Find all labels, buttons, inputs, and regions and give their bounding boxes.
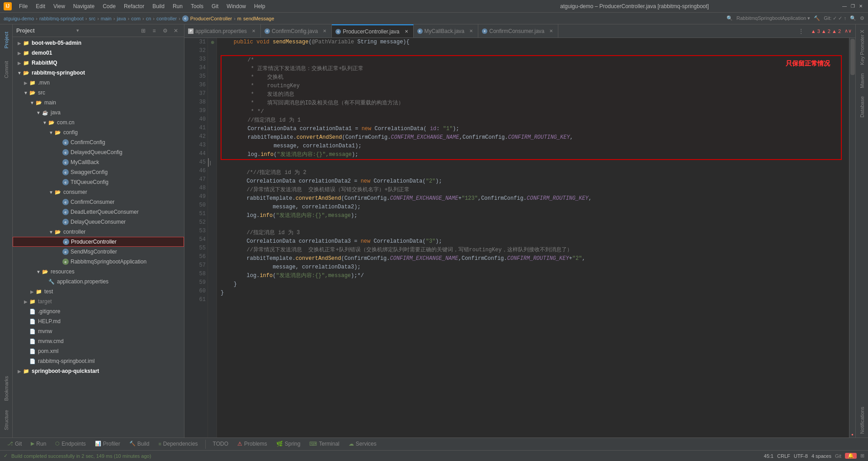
tree-item-MyCallBack[interactable]: ▶ c MyCallBack — [13, 157, 184, 167]
nav-back-icon[interactable]: 🔍 — [726, 15, 733, 21]
menu-tools[interactable]: Tools — [187, 2, 207, 10]
bottom-tab-problems[interactable]: ⚠ Problems — [234, 438, 271, 451]
tab-ConfirmConfig[interactable]: c ConfirmConfig.java ✕ — [261, 24, 332, 38]
tree-item-DeadLetterQueueConsumer[interactable]: ▶ c DeadLetterQueueConsumer — [13, 207, 184, 217]
tree-item-controller[interactable]: ▼ 📂 controller — [13, 227, 184, 237]
tree-item-DelayedQueueConfig[interactable]: ▶ c DelayedQueueConfig — [13, 147, 184, 157]
tab-close-MyCallBack[interactable]: ✕ — [468, 28, 474, 34]
tab-settings-menu[interactable]: ⋮ — [795, 28, 807, 34]
editor-scrollbar[interactable]: ● — [849, 38, 855, 437]
panel-layout-btn[interactable]: ⊞ — [139, 26, 148, 35]
panel-close-btn[interactable]: ✕ — [171, 26, 180, 35]
bottom-tab-spring[interactable]: 🌿 Spring — [273, 438, 304, 451]
sidebar-icon-structure[interactable]: Structure — [4, 406, 9, 434]
tree-item-mvnw[interactable]: ▶ 📄 mvnw — [13, 326, 184, 336]
tree-item-ConfirmConsumer[interactable]: ▶ c ConfirmConsumer — [13, 197, 184, 207]
tree-item-springboot-aop-quickstart[interactable]: ▶ 📁 springboot-aop-quickstart — [13, 366, 184, 376]
build-btn[interactable]: 🔨 — [814, 15, 820, 21]
breadcrumb-method[interactable]: sendMessage — [243, 16, 274, 21]
tab-close-ProducerController[interactable]: ✕ — [403, 28, 410, 35]
bottom-tab-git[interactable]: ⎇ Git — [4, 438, 25, 451]
menu-edit[interactable]: Edit — [32, 2, 49, 10]
bottom-tab-profiler[interactable]: 📊 Profiler — [91, 438, 124, 451]
tree-item-application-properties[interactable]: ▶ 🔧 application.properties — [13, 277, 184, 287]
tree-item-consumer[interactable]: ▼ 📂 consumer — [13, 187, 184, 197]
tree-item-ProducerController[interactable]: ▶ c ProducerController — [13, 237, 184, 247]
right-sidebar-notifications[interactable]: Notifications — [859, 403, 865, 437]
bottom-tab-todo[interactable]: TODO — [209, 438, 232, 451]
sidebar-icon-project[interactable]: Project — [4, 28, 9, 52]
tree-item-java[interactable]: ▼ ☕ java — [13, 108, 184, 118]
tree-item-resources[interactable]: ▼ 📂 resources — [13, 267, 184, 277]
tab-ConfirmConsumer[interactable]: c ConfirmConsumer.java ✕ — [478, 24, 558, 38]
maximize-button[interactable]: ❐ — [849, 3, 856, 10]
menu-view[interactable]: View — [50, 2, 69, 10]
tree-item-com-cn[interactable]: ▼ 📂 com.cn — [13, 118, 184, 127]
project-tree[interactable]: ▶ 📁 boot-web-05-admin ▶ 📁 demo01 ▶ 📁 Rab… — [13, 37, 184, 437]
bottom-tab-services[interactable]: ☁ Services — [345, 438, 380, 451]
code-content[interactable]: public void sendMessage(@PathVariable St… — [217, 38, 849, 437]
status-system-tray[interactable]: ⊞ — [860, 453, 864, 459]
sidebar-icon-bookmarks[interactable]: Bookmarks — [4, 372, 9, 405]
git-icon[interactable]: Git: ✓ ✓ ↑ — [824, 15, 846, 21]
tree-item-target[interactable]: ▶ 📁 target — [13, 296, 184, 306]
tree-item-demo01[interactable]: ▶ 📁 demo01 — [13, 48, 184, 58]
breadcrumb-file[interactable]: ProducerController — [190, 16, 232, 21]
project-dropdown-icon[interactable]: ▾ — [76, 28, 79, 33]
tree-item-rabbitmq-springboot[interactable]: ▼ 📂 rabbitmq-springboot — [13, 68, 184, 78]
tab-application-properties[interactable]: P application.properties ✕ — [184, 24, 261, 38]
right-sidebar-database[interactable]: Database — [859, 93, 865, 121]
tree-item-SendMsgController[interactable]: ▶ c SendMsgController — [13, 247, 184, 257]
right-sidebar-key-promoter[interactable]: Key Promoter X — [859, 26, 865, 69]
tree-item-test[interactable]: ▶ 📁 test — [13, 287, 184, 296]
close-button[interactable]: ✕ — [857, 3, 864, 10]
status-position[interactable]: 45:1 — [764, 453, 774, 459]
minimize-button[interactable]: — — [841, 3, 848, 10]
menu-build[interactable]: Build — [149, 2, 168, 10]
bottom-tab-terminal[interactable]: ⌨ Terminal — [306, 438, 343, 451]
status-encoding[interactable]: UTF-8 — [794, 453, 808, 459]
tree-item-DelayQueueConsumer[interactable]: ▶ c DelayQueueConsumer — [13, 217, 184, 227]
menu-help[interactable]: Help — [250, 2, 269, 10]
menu-git[interactable]: Git — [208, 2, 222, 10]
menu-code[interactable]: Code — [99, 2, 119, 10]
settings-icon[interactable]: ⚙ — [860, 15, 864, 21]
breadcrumb-java[interactable]: java — [117, 16, 126, 21]
run-config-selector[interactable]: RabbitmqSpringbootApplication ▾ — [736, 15, 810, 21]
bottom-tab-run[interactable]: ▶ Run — [27, 438, 50, 451]
tree-item-ConfirmConfig[interactable]: ▶ c ConfirmConfig — [13, 137, 184, 147]
breadcrumb-com[interactable]: com — [131, 16, 141, 21]
breadcrumb-module[interactable]: rabbitmq-springboot — [39, 16, 84, 21]
status-line-ending[interactable]: CRLF — [777, 453, 790, 459]
tree-item-help-md[interactable]: ▶ 📄 HELP.md — [13, 316, 184, 326]
bottom-tab-endpoints[interactable]: ⬡ Endpoints — [52, 438, 89, 451]
menu-refactor[interactable]: Refactor — [120, 2, 148, 10]
tab-close-ConfirmConfig[interactable]: ✕ — [321, 28, 328, 34]
tree-item-iml[interactable]: ▶ 📄 rabbitmq-springboot.iml — [13, 356, 184, 366]
sidebar-icon-commit[interactable]: Commit — [4, 57, 9, 82]
panel-settings-btn[interactable]: ⚙ — [160, 26, 170, 35]
tree-item-SwaggerConfig[interactable]: ▶ c SwaggerConfig — [13, 167, 184, 177]
bottom-tab-build[interactable]: 🔨 Build — [126, 438, 153, 451]
tree-item-mvn[interactable]: ▶ 📁 .mvn — [13, 78, 184, 88]
breadcrumb-cn[interactable]: cn — [146, 16, 151, 21]
tab-close-application-properties[interactable]: ✕ — [250, 28, 257, 34]
tab-close-ConfirmConsumer[interactable]: ✕ — [548, 28, 554, 34]
scrollbar-thumb[interactable] — [850, 39, 855, 75]
tree-item-RabbitmqSpringbootApplication[interactable]: ▶ c RabbitmqSpringbootApplication — [13, 257, 184, 267]
search-everywhere-icon[interactable]: 🔍 — [850, 15, 856, 21]
tab-MyCallBack[interactable]: c MyCallBack.java ✕ — [414, 24, 479, 38]
breadcrumb-controller[interactable]: controller — [156, 16, 177, 21]
tree-item-main[interactable]: ▼ 📂 main — [13, 98, 184, 108]
tree-item-pom-xml[interactable]: ▶ 📄 pom.xml — [13, 346, 184, 356]
tree-item-boot-web-05-admin[interactable]: ▶ 📁 boot-web-05-admin — [13, 38, 184, 48]
breadcrumb-main[interactable]: main — [101, 16, 112, 21]
panel-collapse-btn[interactable]: ≡ — [150, 26, 159, 35]
status-notification-badge[interactable]: 🔔 — [845, 453, 857, 459]
tab-ProducerController[interactable]: c ProducerController.java ✕ — [332, 24, 413, 38]
menu-file[interactable]: File — [15, 2, 31, 10]
bottom-tab-dependencies[interactable]: ≡ Dependencies — [155, 438, 201, 451]
tree-item-config[interactable]: ▼ 📂 config — [13, 127, 184, 137]
breadcrumb-src[interactable]: src — [89, 16, 95, 21]
menu-run[interactable]: Run — [169, 2, 186, 10]
